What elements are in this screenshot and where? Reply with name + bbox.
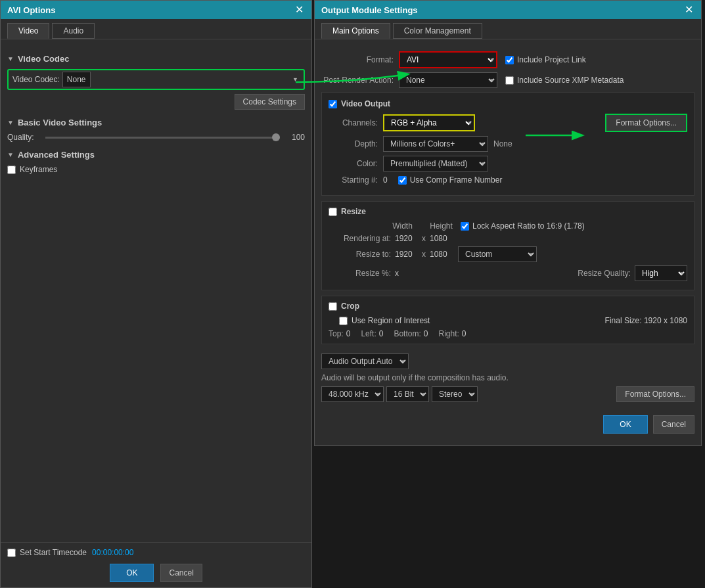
post-render-select[interactable]: None [399, 72, 497, 88]
rendering-height: 1080 [430, 234, 453, 243]
use-roi-label[interactable]: Use Region of Interest [339, 316, 430, 325]
output-tabs: Main Options Color Management [315, 19, 701, 39]
audio-section: Audio Output Auto Audio will be output o… [321, 350, 694, 410]
rendering-width: 1920 [395, 234, 418, 243]
resize-x-sep: x [422, 250, 426, 259]
crop-roi-row: Use Region of Interest Final Size: 1920 … [329, 316, 687, 325]
tab-color-management[interactable]: Color Management [393, 23, 482, 39]
keyframes-checkbox-label[interactable]: Keyframes [7, 165, 57, 174]
audio-channels-wrapper: Stereo [432, 386, 478, 402]
bottom-label: Bottom: [394, 329, 421, 338]
quality-slider[interactable] [45, 137, 280, 139]
audio-format-options-button[interactable]: Format Options... [616, 386, 694, 402]
lock-aspect-checkbox[interactable] [461, 222, 469, 231]
right-label: Right: [438, 329, 459, 338]
timecode-checkbox[interactable] [7, 549, 16, 557]
starting-value: 0 [383, 175, 388, 185]
include-source-xmp-label[interactable]: Include Source XMP Metadata [505, 76, 624, 85]
format-label: Format: [321, 55, 394, 64]
codec-row: Video Codec: None [7, 69, 305, 90]
output-dialog-titlebar: Output Module Settings ✕ [315, 1, 701, 19]
left-value: 0 [379, 329, 384, 338]
basic-video-label: Basic Video Settings [18, 118, 102, 127]
format-row: Format: AVI Include Project Link [321, 51, 694, 68]
channels-select-wrapper: RGB + Alpha [383, 114, 475, 131]
resize-quality-row: Resize %: x Resize Quality: High [329, 265, 687, 281]
depth-row: Depth: Millions of Colors+ None [329, 136, 687, 152]
format-select[interactable]: AVI [399, 51, 497, 68]
resize-label: Resize [341, 207, 366, 216]
depth-label: Depth: [329, 139, 378, 148]
crop-header: Crop [329, 302, 687, 311]
resize-height: 1080 [430, 250, 453, 259]
include-project-link-label[interactable]: Include Project Link [505, 55, 586, 64]
resize-preset-wrapper: Custom [458, 246, 537, 262]
tab-video[interactable]: Video [7, 23, 49, 39]
tab-main-options[interactable]: Main Options [321, 23, 390, 39]
audio-bit-select[interactable]: 16 Bit [386, 386, 429, 402]
include-source-xmp-checkbox[interactable] [505, 76, 514, 85]
advanced-triangle: ▼ [7, 151, 14, 158]
resize-pct-x: x [395, 269, 418, 278]
codec-select[interactable]: None [62, 72, 91, 87]
audio-output-row: Audio Output Auto [321, 353, 694, 369]
output-module-dialog: Output Module Settings ✕ Main Options Co… [314, 0, 702, 446]
avi-ok-button[interactable]: OK [110, 564, 154, 582]
keyframes-checkbox[interactable] [7, 166, 16, 174]
audio-output-select[interactable]: Audio Output Auto [321, 353, 409, 369]
resize-to-row: Resize to: 1920 x 1080 Custom [329, 246, 687, 262]
video-codec-section-header: ▼ Video Codec [7, 54, 305, 64]
post-render-row: Post-Render Action: None Include Source … [321, 72, 694, 88]
resize-quality-select[interactable]: High [635, 265, 687, 281]
resize-checkbox[interactable] [329, 208, 337, 216]
post-render-label: Post-Render Action: [321, 76, 394, 85]
codec-field-label: Video Codec: [10, 75, 60, 84]
depth-select[interactable]: Millions of Colors+ [383, 136, 488, 152]
output-close-button[interactable]: ✕ [683, 5, 694, 15]
avi-options-dialog: AVI Options ✕ Video Audio ▼ Video Codec … [0, 0, 312, 588]
avi-cancel-button[interactable]: Cancel [160, 564, 202, 582]
top-label: Top: [329, 329, 344, 338]
resize-quality-label: Resize Quality: [578, 269, 631, 278]
lock-aspect-label[interactable]: Lock Aspect Ratio to 16:9 (1.78) [461, 221, 585, 231]
tab-audio[interactable]: Audio [52, 23, 95, 39]
resize-quality-wrapper: High [635, 265, 687, 281]
quality-value: 100 [285, 133, 305, 142]
resize-header: Resize [329, 207, 687, 216]
advanced-section-header: ▼ Advanced Settings [7, 150, 305, 160]
color-select[interactable]: Premultiplied (Matted) [383, 156, 488, 171]
quality-row: Quality: 100 [7, 133, 305, 142]
use-roi-checkbox[interactable] [339, 317, 348, 325]
crop-checkbox[interactable] [329, 302, 337, 311]
rendering-label: Rendering at: [329, 234, 391, 243]
right-value: 0 [462, 329, 466, 338]
audio-output-wrapper: Audio Output Auto [321, 353, 409, 369]
use-comp-frame-checkbox[interactable] [398, 176, 407, 185]
audio-bit-wrapper: 16 Bit [386, 386, 429, 402]
use-comp-frame-label[interactable]: Use Comp Frame Number [398, 175, 503, 185]
avi-footer: Set Start Timecode 00:00:00:00 OK Cancel [1, 542, 311, 587]
resize-preset-select[interactable]: Custom [458, 246, 537, 262]
avi-tabs: Video Audio [1, 19, 311, 39]
codec-select-wrapper: None [62, 72, 302, 87]
format-options-button[interactable]: Format Options... [605, 114, 687, 132]
timecode-checkbox-label[interactable]: Set Start Timecode [7, 548, 87, 557]
depth-select-wrapper: Millions of Colors+ [383, 136, 488, 152]
include-project-link-checkbox[interactable] [505, 56, 514, 64]
output-cancel-button[interactable]: Cancel [653, 415, 694, 434]
timecode-row: Set Start Timecode 00:00:00:00 [7, 548, 305, 557]
video-output-checkbox[interactable] [329, 100, 337, 108]
resize-pct-label: Resize %: [329, 269, 391, 278]
color-select-wrapper: Premultiplied (Matted) [383, 156, 488, 171]
avi-close-button[interactable]: ✕ [294, 5, 305, 15]
rendering-x-sep: x [422, 234, 426, 243]
startnum-row: Starting #: 0 Use Comp Frame Number [329, 175, 687, 185]
format-select-wrapper: AVI [399, 51, 497, 68]
codec-settings-button[interactable]: Codec Settings [235, 94, 305, 110]
output-ok-button[interactable]: OK [603, 415, 647, 434]
channels-select[interactable]: RGB + Alpha [383, 114, 475, 131]
audio-freq-select[interactable]: 48.000 kHz [321, 386, 384, 402]
include-source-xmp-text: Include Source XMP Metadata [517, 76, 624, 85]
audio-channels-select[interactable]: Stereo [432, 386, 478, 402]
audio-freq-wrapper: 48.000 kHz [321, 386, 384, 402]
